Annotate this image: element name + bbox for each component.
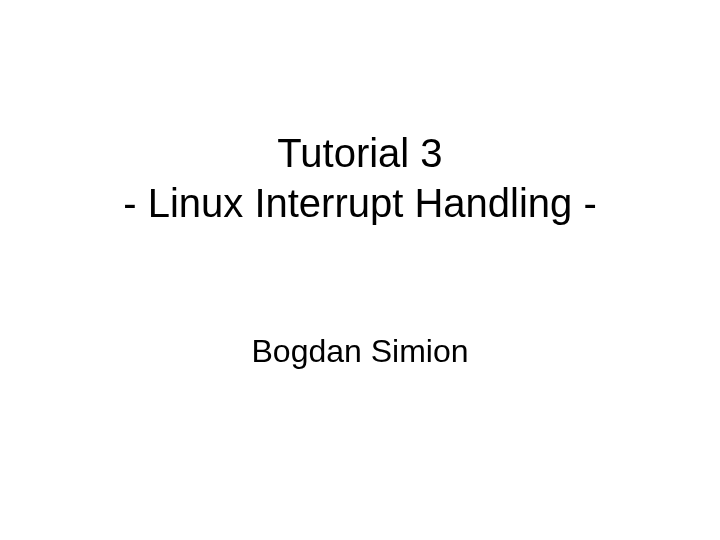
slide-title-line-1: Tutorial 3 (123, 128, 597, 178)
slide-author: Bogdan Simion (251, 333, 468, 370)
slide-title-line-2: - Linux Interrupt Handling - (123, 178, 597, 228)
title-block: Tutorial 3 - Linux Interrupt Handling - (123, 128, 597, 228)
slide-container: Tutorial 3 - Linux Interrupt Handling - … (0, 0, 720, 540)
